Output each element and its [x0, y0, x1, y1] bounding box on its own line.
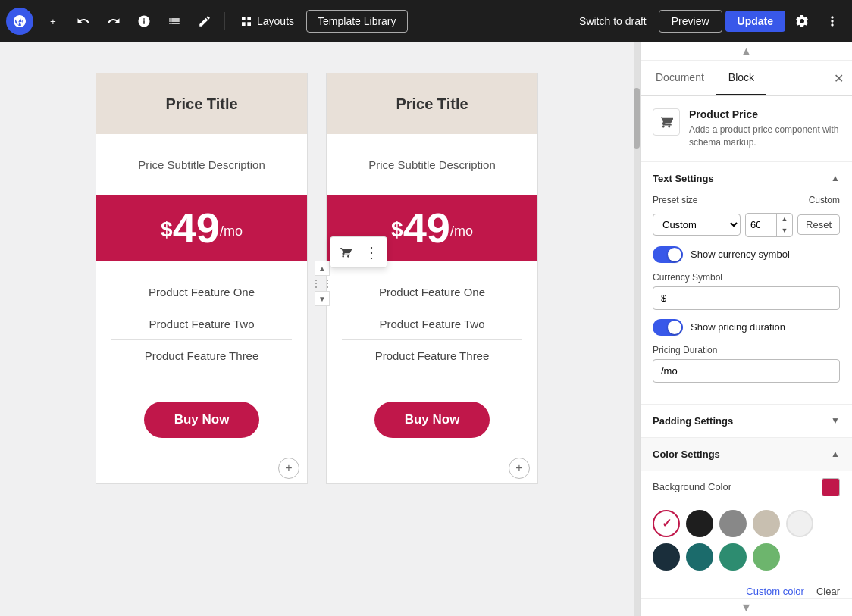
list-view-icon — [168, 14, 181, 28]
number-spinners: ▲ ▼ — [776, 214, 792, 236]
tab-document[interactable]: Document — [644, 61, 716, 95]
price-card-1-title: Price Title — [165, 95, 237, 113]
card-2-more-button[interactable]: ⋮ — [359, 240, 384, 264]
plus-icon: + — [285, 461, 292, 475]
padding-settings-header[interactable]: Padding Settings ▼ — [641, 405, 852, 437]
block-info-section: Product Price Adds a product price compo… — [641, 96, 852, 162]
price-card-2-subtitle-text: Price Subtitle Description — [368, 158, 496, 171]
price-card-2-cta: Buy Now — [327, 386, 537, 453]
swatch-tan[interactable] — [753, 510, 780, 537]
swatch-teal[interactable] — [686, 543, 713, 571]
layouts-label: Layouts — [257, 15, 294, 27]
update-label: Update — [738, 15, 773, 27]
switch-to-draft-button[interactable]: Switch to draft — [570, 11, 656, 32]
add-icon: + — [50, 16, 56, 27]
swatch-light[interactable] — [786, 510, 813, 537]
panel-content[interactable]: Product Price Adds a product price compo… — [641, 96, 852, 598]
swatch-green[interactable] — [753, 543, 780, 571]
price-card-1-footer: + — [96, 453, 307, 483]
show-pricing-row: Show pricing duration — [653, 319, 840, 336]
price-card-2-features: Product Feature One Product Feature Two … — [327, 261, 537, 386]
canvas-scrollbar[interactable] — [634, 42, 640, 616]
price-card-2-duration: /mo — [450, 224, 473, 239]
clear-button[interactable]: Clear — [816, 586, 840, 597]
pricing-duration-row: Pricing Duration — [653, 345, 840, 383]
text-settings-chevron: ▲ — [831, 173, 840, 183]
text-settings-header[interactable]: Text Settings ▲ — [641, 162, 852, 195]
price-card-1-buy-button[interactable]: Buy Now — [144, 402, 260, 438]
edit-button[interactable] — [191, 8, 218, 35]
scroll-down-button[interactable]: ▼ — [315, 291, 330, 306]
price-card-2-currency: $ — [391, 217, 403, 242]
swatch-checkmark: ✓ — [662, 516, 672, 530]
swatch-gray[interactable] — [719, 510, 747, 537]
pricing-duration-input[interactable] — [653, 359, 840, 383]
info-icon — [137, 14, 151, 28]
price-card-1-duration: /mo — [220, 224, 243, 239]
swatch-white[interactable]: ✓ — [653, 510, 680, 537]
price-card-2-feature-3: Product Feature Three — [342, 340, 522, 371]
wp-logo[interactable] — [6, 8, 33, 35]
bg-color-swatch[interactable] — [822, 478, 840, 496]
custom-size-input[interactable] — [746, 215, 776, 234]
color-actions: Custom color Clear — [641, 580, 852, 598]
undo-icon — [77, 14, 90, 28]
update-button[interactable]: Update — [725, 11, 785, 32]
pricing-duration-label: Pricing Duration — [653, 345, 840, 355]
price-card-2-buy-button[interactable]: Buy Now — [374, 402, 490, 438]
edit-icon — [198, 14, 211, 28]
price-card-2-header: Price Title — [327, 73, 537, 134]
spinner-down-button[interactable]: ▼ — [777, 225, 792, 236]
toolbar: + Layouts Template Library Switch to dra… — [0, 0, 852, 42]
price-card-1-feature-1: Product Feature One — [111, 277, 292, 308]
panel-tabs: Document Block ✕ — [641, 61, 852, 96]
swatch-black[interactable] — [686, 510, 713, 537]
chevron-up-icon: ▲ — [741, 45, 753, 58]
swatch-dark-navy[interactable] — [653, 543, 680, 571]
price-card-2-subtitle: Price Subtitle Description — [327, 134, 537, 195]
custom-number-input: ▲ ▼ — [745, 213, 793, 237]
preview-label: Preview — [672, 15, 709, 27]
currency-toggle[interactable] — [653, 246, 683, 263]
scroll-up-button[interactable]: ▲ — [315, 261, 330, 276]
show-currency-label: Show currency symbol — [691, 249, 790, 260]
more-options-button[interactable] — [819, 8, 846, 35]
preview-button[interactable]: Preview — [659, 10, 722, 33]
panel-scroll-down[interactable]: ▼ — [641, 598, 852, 616]
settings-button[interactable] — [788, 8, 816, 35]
color-settings-header[interactable]: Color Settings ▲ — [641, 438, 852, 471]
undo-button[interactable] — [70, 8, 97, 35]
padding-settings-section: Padding Settings ▼ — [641, 405, 852, 438]
product-price-icon — [659, 115, 673, 129]
canvas-area[interactable]: Price Title Price Subtitle Description $… — [0, 42, 634, 616]
currency-symbol-input[interactable] — [653, 286, 840, 310]
block-name: Product Price — [689, 108, 840, 120]
panel-scroll-up[interactable]: ▲ — [641, 42, 852, 61]
card-2-cart-button[interactable] — [334, 240, 358, 264]
custom-color-button[interactable]: Custom color — [746, 586, 804, 597]
price-card-1-price: $ 49 /mo — [96, 195, 307, 261]
info-button[interactable] — [130, 8, 158, 35]
redo-button[interactable] — [100, 8, 127, 35]
preset-size-select[interactable]: Custom — [653, 214, 741, 236]
panel-close-button[interactable]: ✕ — [828, 67, 849, 89]
layouts-button[interactable]: Layouts — [231, 11, 303, 32]
add-button[interactable]: + — [39, 8, 67, 35]
pricing-toggle[interactable] — [653, 319, 683, 336]
spinner-up-button[interactable]: ▲ — [777, 214, 792, 225]
price-card-2-add-block-button[interactable]: + — [509, 458, 530, 479]
currency-symbol-label: Currency Symbol — [653, 272, 840, 283]
color-settings-label: Color Settings — [653, 449, 720, 460]
reset-button[interactable]: Reset — [797, 214, 840, 235]
price-card-1-add-block-button[interactable]: + — [278, 458, 299, 479]
more-icon — [825, 14, 840, 29]
side-scroll-controls: ▲ ⋮⋮ ▼ — [315, 261, 330, 306]
show-currency-row: Show currency symbol — [653, 246, 840, 263]
custom-label: Custom — [809, 195, 840, 205]
tab-block[interactable]: Block — [716, 61, 766, 95]
cart-icon — [340, 246, 352, 258]
swatch-green-teal[interactable] — [719, 543, 747, 571]
template-library-button[interactable]: Template Library — [306, 10, 408, 33]
list-view-button[interactable] — [161, 8, 188, 35]
price-card-2-feature-2: Product Feature Two — [342, 308, 522, 340]
